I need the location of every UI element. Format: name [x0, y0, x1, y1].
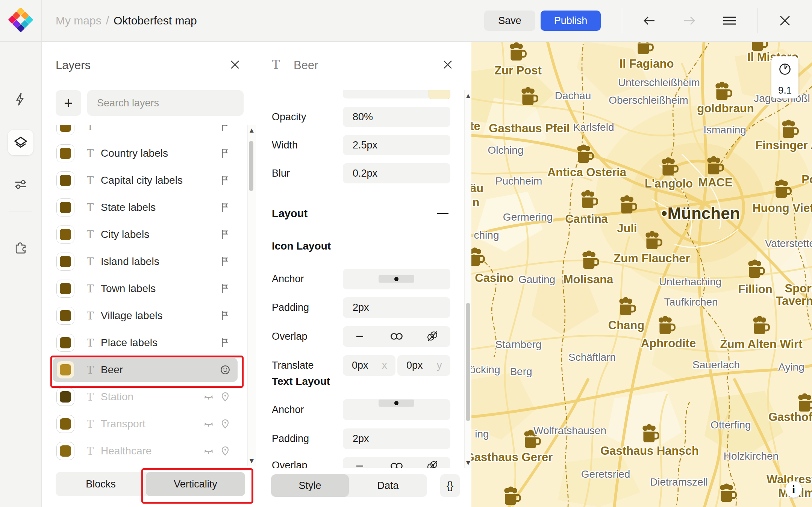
icon-anchor-control[interactable]: [343, 269, 450, 289]
layer-row-station[interactable]: TStation: [53, 385, 238, 409]
layer-color-swatch[interactable]: [56, 442, 74, 460]
overlap-cooperative-icon[interactable]: [426, 330, 439, 343]
beer-mug-marker: [658, 156, 679, 177]
layer-row-town-labels[interactable]: TTown labels: [53, 277, 238, 301]
text-anchor-control[interactable]: [343, 399, 450, 420]
poi-label: Antica Osteria: [547, 166, 626, 179]
location-pin-icon[interactable]: [220, 418, 231, 430]
layers-scrollbar-thumb[interactable]: [249, 141, 253, 191]
main-menu-button[interactable]: [721, 12, 738, 29]
layer-color-swatch[interactable]: [56, 253, 74, 271]
layer-row-place-labels[interactable]: TPlace labels: [53, 331, 238, 355]
layer-label: Beer: [101, 364, 220, 376]
layer-row-island-labels[interactable]: TIsland labels: [53, 250, 238, 274]
map-info-button[interactable]: i: [785, 481, 802, 498]
overlap-none-icon[interactable]: [354, 460, 365, 468]
save-button[interactable]: Save: [484, 11, 535, 31]
anchor-slider-dot[interactable]: [394, 401, 398, 405]
tab-blocks[interactable]: Blocks: [56, 472, 146, 496]
style-scrollbar[interactable]: ▲ ▼: [464, 90, 472, 468]
poi-label: Fillion: [738, 283, 772, 296]
icon-overlap-control: [343, 326, 450, 347]
clipped-field-handle[interactable]: [429, 90, 450, 99]
rail-item-layers[interactable]: [8, 130, 33, 155]
layer-color-swatch[interactable]: [56, 334, 74, 352]
layer-color-swatch[interactable]: [56, 125, 74, 135]
layer-row-city-labels[interactable]: TCity labels: [53, 222, 238, 247]
rail-item-adjustments[interactable]: [8, 171, 33, 197]
layer-row-village-labels[interactable]: TVillage labels: [53, 304, 238, 328]
layer-row-capital-city-labels[interactable]: TCapital city labels: [53, 168, 238, 192]
text-layer-icon: T: [83, 336, 98, 350]
translate-x-field[interactable]: [343, 355, 395, 376]
layer-row-beer[interactable]: TBeer: [53, 358, 238, 382]
town-label: Vaterstetter: [765, 238, 812, 250]
eye-closed-icon[interactable]: [203, 445, 214, 457]
poi-label: Gasthaus Gerer: [471, 451, 553, 464]
tab-data[interactable]: Data: [349, 474, 427, 497]
layer-row-healthcare[interactable]: THealthcare: [53, 439, 238, 463]
layers-scrollbar[interactable]: ▲ ▼: [247, 125, 256, 466]
beer-mug-marker: [642, 230, 663, 251]
scroll-up-icon[interactable]: ▲: [248, 127, 256, 133]
layer-row-partial[interactable]: T: [53, 125, 238, 138]
layer-color-swatch[interactable]: [56, 280, 74, 298]
layer-row-actions: [203, 391, 231, 403]
text-layer-icon: T: [83, 174, 98, 187]
tab-verticality[interactable]: Verticality: [146, 472, 245, 496]
map-clock-zoom-control[interactable]: 9.1: [771, 56, 798, 98]
breadcrumb-parent[interactable]: My maps: [56, 14, 102, 27]
layer-row-actions: [220, 310, 231, 321]
location-pin-icon[interactable]: [220, 445, 231, 457]
publish-button[interactable]: Publish: [541, 11, 601, 31]
layer-color-swatch[interactable]: [56, 307, 74, 325]
tab-style[interactable]: Style: [271, 474, 349, 497]
add-layer-button[interactable]: +: [56, 90, 81, 116]
scroll-down-icon[interactable]: ▼: [248, 458, 256, 464]
collapse-section-icon[interactable]: [436, 208, 450, 219]
eye-closed-icon[interactable]: [203, 391, 214, 403]
overlap-always-icon[interactable]: [389, 461, 404, 468]
rail-item-actions[interactable]: [8, 86, 33, 112]
layer-row-country-labels[interactable]: TCountry labels: [53, 141, 238, 165]
layer-color-swatch[interactable]: [56, 415, 74, 433]
overlap-cooperative-icon[interactable]: [426, 460, 439, 468]
layer-label: Island labels: [101, 256, 220, 268]
undo-back-button[interactable]: [641, 12, 657, 29]
overlap-always-icon[interactable]: [389, 331, 404, 341]
anchor-slider-dot[interactable]: [394, 277, 398, 281]
rail-item-plugins[interactable]: [8, 234, 33, 259]
style-panel-close-button[interactable]: [439, 56, 456, 73]
eye-closed-icon[interactable]: [203, 418, 214, 430]
code-view-button[interactable]: {}: [440, 474, 460, 497]
layer-color-swatch[interactable]: [56, 226, 74, 244]
layout-heading: Layout: [272, 207, 308, 220]
layer-color-swatch[interactable]: [56, 388, 74, 406]
layer-color-swatch[interactable]: [56, 144, 74, 162]
scroll-down-icon[interactable]: ▼: [465, 460, 472, 466]
translate-label: Translate: [272, 360, 314, 371]
layer-row-transport[interactable]: TTransport: [53, 412, 238, 436]
scroll-up-icon[interactable]: ▲: [465, 92, 472, 98]
close-app-button[interactable]: [777, 12, 793, 29]
redo-forward-button[interactable]: [681, 12, 698, 29]
flag-icon: [220, 337, 231, 348]
location-pin-icon[interactable]: [220, 391, 231, 403]
layer-list: TTCountry labelsTCapital city labelsTSta…: [41, 125, 258, 466]
smiley-icon[interactable]: [220, 364, 231, 375]
style-footer-tabs: Style Data: [271, 474, 427, 497]
layer-color-swatch[interactable]: [56, 171, 74, 189]
app-logo[interactable]: [0, 0, 42, 41]
town-label: öcking: [471, 364, 500, 376]
layer-color-swatch[interactable]: [56, 198, 74, 216]
map-canvas[interactable]: UnterschleißheimDachauOberschleißheimKar…: [471, 41, 812, 507]
translate-y-field[interactable]: [397, 355, 450, 376]
icon-layout-heading: Icon Layout: [272, 240, 331, 252]
search-layers-input[interactable]: Search layers: [87, 90, 244, 116]
layer-color-swatch[interactable]: [56, 361, 74, 379]
style-scrollbar-thumb[interactable]: [466, 303, 470, 421]
layers-panel-close-button[interactable]: [227, 56, 243, 73]
town-label: Sauerlach: [692, 359, 740, 371]
layer-row-state-labels[interactable]: TState labels: [53, 195, 238, 219]
overlap-none-icon[interactable]: [354, 331, 365, 342]
